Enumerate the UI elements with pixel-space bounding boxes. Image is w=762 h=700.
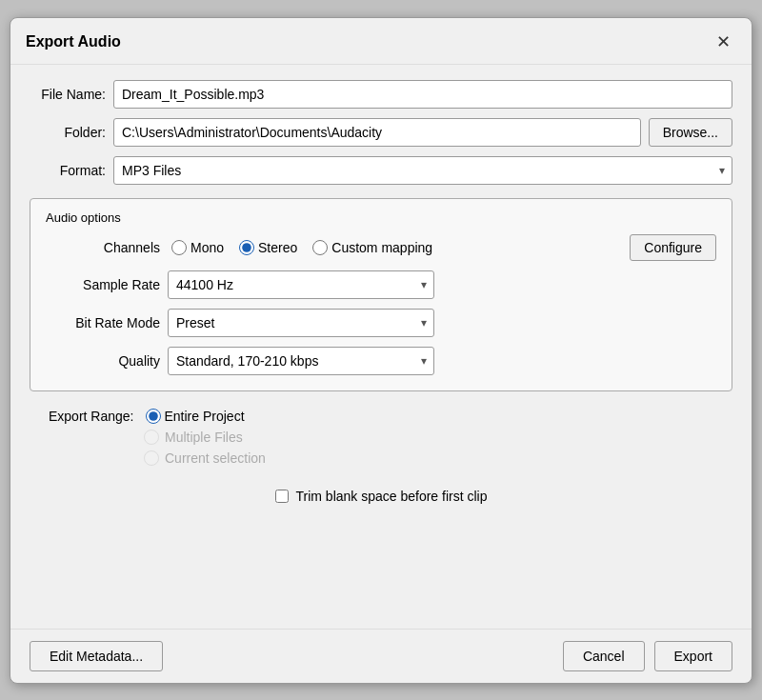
stereo-option[interactable]: Stereo — [239, 240, 297, 255]
folder-input[interactable] — [113, 118, 641, 147]
title-bar: Export Audio ✕ — [10, 18, 752, 65]
entire-project-option[interactable]: Entire Project — [146, 409, 245, 424]
entire-project-radio[interactable] — [146, 409, 161, 424]
file-name-label: File Name: — [30, 87, 106, 102]
custom-mapping-label: Custom mapping — [331, 240, 432, 255]
folder-row: Folder: Browse... — [30, 118, 732, 147]
export-button[interactable]: Export — [654, 641, 732, 671]
mono-radio[interactable] — [171, 240, 187, 255]
quality-row: Quality Standard, 170-210 kbps Insane, 3… — [46, 347, 716, 375]
multiple-files-option: Multiple Files — [144, 430, 732, 445]
bit-rate-mode-select[interactable]: Preset Variable Average Constant — [168, 309, 434, 337]
file-name-row: File Name: — [30, 80, 732, 109]
configure-button[interactable]: Configure — [630, 234, 716, 261]
mono-option[interactable]: Mono — [171, 240, 224, 255]
quality-label: Quality — [55, 353, 160, 369]
file-name-input[interactable] — [113, 80, 732, 109]
current-selection-option: Current selection — [144, 450, 732, 466]
channels-label: Channels — [55, 240, 160, 255]
custom-mapping-radio[interactable] — [312, 240, 328, 255]
export-range-label: Export Range: — [49, 409, 134, 424]
entire-project-label: Entire Project — [165, 409, 245, 424]
stereo-radio[interactable] — [239, 240, 254, 255]
mono-label: Mono — [190, 240, 224, 255]
custom-mapping-option[interactable]: Custom mapping — [312, 240, 432, 255]
dialog-title: Export Audio — [26, 33, 121, 50]
bit-rate-mode-label: Bit Rate Mode — [55, 315, 160, 330]
current-selection-radio — [144, 450, 159, 466]
bit-rate-mode-row: Bit Rate Mode Preset Variable Average Co… — [46, 309, 716, 337]
format-select-wrapper: MP3 Files WAV (Microsoft) AIFF (Apple) F… — [113, 156, 732, 185]
dialog-footer: Edit Metadata... Cancel Export — [10, 629, 752, 683]
format-row: Format: MP3 Files WAV (Microsoft) AIFF (… — [30, 156, 732, 185]
audio-options-legend: Audio options — [46, 210, 716, 225]
audio-options-group: Audio options Channels Mono Stereo — [30, 198, 732, 391]
sample-rate-label: Sample Rate — [55, 277, 160, 292]
trim-checkbox[interactable] — [275, 490, 289, 503]
footer-right: Cancel Export — [563, 641, 732, 671]
channels-row: Channels Mono Stereo Custom mapping — [46, 234, 716, 261]
quality-select-wrapper: Standard, 170-210 kbps Insane, 320 kbps … — [168, 347, 434, 375]
multiple-files-radio — [144, 430, 159, 445]
multiple-files-label: Multiple Files — [165, 430, 243, 445]
trim-label: Trim blank space before first clip — [296, 489, 488, 504]
export-range-stack: Multiple Files Current selection — [49, 430, 732, 466]
export-range-section: Export Range: Entire Project Multiple Fi… — [30, 409, 732, 466]
export-audio-dialog: Export Audio ✕ File Name: Folder: Browse… — [10, 17, 752, 684]
cancel-button[interactable]: Cancel — [563, 641, 645, 671]
stereo-label: Stereo — [258, 240, 297, 255]
edit-metadata-button[interactable]: Edit Metadata... — [30, 641, 163, 671]
sample-rate-select[interactable]: 44100 Hz 22050 Hz 48000 Hz 96000 Hz — [168, 270, 434, 299]
sample-rate-select-wrapper: 44100 Hz 22050 Hz 48000 Hz 96000 Hz — [168, 270, 434, 299]
quality-select[interactable]: Standard, 170-210 kbps Insane, 320 kbps … — [168, 347, 434, 375]
export-range-row: Export Range: Entire Project — [49, 409, 732, 424]
bit-rate-mode-select-wrapper: Preset Variable Average Constant — [168, 309, 434, 337]
trim-row: Trim blank space before first clip — [30, 489, 732, 504]
channels-radio-group: Mono Stereo Custom mapping Configure — [171, 234, 716, 261]
footer-left: Edit Metadata... — [30, 641, 163, 671]
audio-options-inner: Channels Mono Stereo Custom mapping — [46, 234, 716, 375]
browse-button[interactable]: Browse... — [649, 118, 732, 147]
format-label: Format: — [30, 163, 106, 178]
dialog-body: File Name: Folder: Browse... Format: MP3… — [10, 65, 752, 629]
format-select[interactable]: MP3 Files WAV (Microsoft) AIFF (Apple) F… — [113, 156, 732, 185]
sample-rate-row: Sample Rate 44100 Hz 22050 Hz 48000 Hz 9… — [46, 270, 716, 299]
current-selection-label: Current selection — [165, 450, 266, 466]
close-button[interactable]: ✕ — [711, 30, 736, 54]
folder-label: Folder: — [30, 125, 106, 140]
